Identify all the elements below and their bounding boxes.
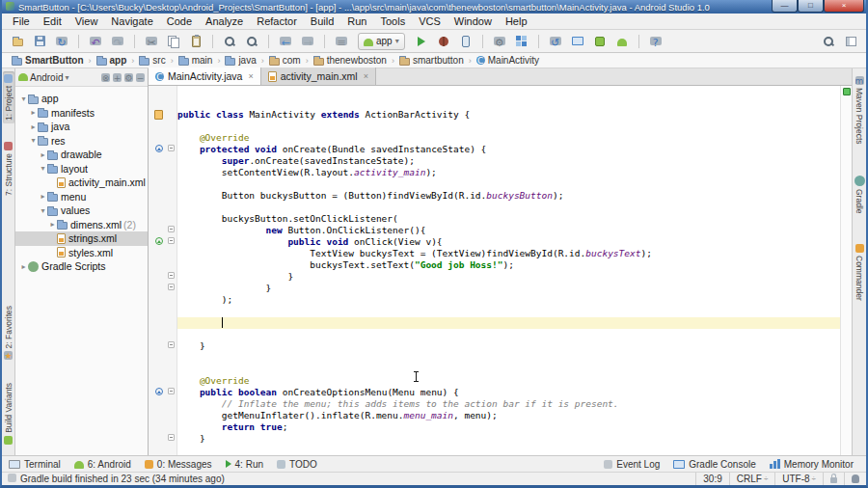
tree-item-styles-xml[interactable]: styles.xml (15, 246, 148, 260)
fold-marker-icon[interactable] (168, 388, 175, 394)
close-button[interactable]: × (824, 0, 864, 13)
toolwindow-button-gradle[interactable]: Gradle (854, 173, 866, 217)
fold-marker-icon[interactable] (168, 237, 175, 244)
menu-build[interactable]: Build (304, 14, 340, 28)
fold-marker-icon[interactable] (168, 226, 175, 232)
fold-end-marker-icon[interactable] (168, 434, 175, 441)
hector-inspector-widget[interactable] (844, 473, 866, 485)
sync-button[interactable]: ↻ (52, 32, 71, 51)
copy-button[interactable] (164, 32, 183, 51)
menu-help[interactable]: Help (499, 14, 534, 28)
code-line-9[interactable]: Button buckysButton = (Button)findViewBy… (177, 190, 840, 202)
code-line-20[interactable] (177, 317, 840, 329)
code-line-31[interactable] (177, 445, 840, 455)
editor-tab-activity_main-xml[interactable]: activity_main.xml× (261, 68, 376, 85)
sort-lines-button[interactable]: ≡ (332, 32, 351, 51)
toolwindow-button-7-structure[interactable]: 7: Structure (3, 139, 14, 199)
tab-close-icon[interactable]: × (248, 71, 253, 81)
settings-gear-button[interactable]: ⚙ (124, 72, 133, 83)
tree-closed-arrow-icon[interactable]: ▸ (19, 262, 28, 271)
encoding-widget[interactable]: UTF-8 ÷ (774, 473, 823, 485)
code-line-11[interactable]: buckysButton.setOnClickListener( (177, 213, 840, 225)
code-line-10[interactable] (177, 202, 840, 213)
breadcrumb-item-src[interactable]: src (137, 55, 167, 66)
tree-item-values[interactable]: ▾values (15, 203, 148, 218)
menu-window[interactable]: Window (448, 14, 499, 28)
toolwindow-button-build-variants[interactable]: Build Variants (3, 380, 14, 447)
code-line-17[interactable]: } (177, 283, 840, 294)
code-line-27[interactable]: // Inflate the menu; this adds items to … (177, 398, 840, 410)
undo-button[interactable]: ↶ (86, 32, 105, 51)
toolwindow-button-1-project[interactable]: 1: Project (3, 71, 14, 123)
back-button[interactable]: ← (276, 32, 295, 51)
tool-button-6-android[interactable]: 6: Android (68, 459, 138, 470)
code-line-12[interactable]: new Button.OnClickListener(){ (177, 225, 840, 236)
code-line-14[interactable]: TextView buckysText = (TextView)findView… (177, 248, 840, 259)
readonly-lock-widget[interactable] (823, 473, 844, 485)
code-line-5[interactable]: protected void onCreate(Bundle savedInst… (177, 144, 840, 155)
tree-item-dimens-xml[interactable]: ▸dimens.xml (2) (15, 218, 148, 232)
tree-closed-arrow-icon[interactable]: ▸ (48, 220, 57, 229)
code-line-15[interactable]: buckysText.setText("Good job Hoss!"); (177, 259, 840, 271)
debug-button[interactable] (434, 32, 453, 51)
code-line-2[interactable]: public class MainActivity extends Action… (177, 109, 840, 121)
breadcrumb-item-com[interactable]: com (267, 55, 303, 66)
breadcrumb-item-smartbutton[interactable]: smartbutton (397, 55, 466, 66)
sdk-manager-button[interactable] (590, 32, 610, 51)
code-line-18[interactable]: ); (177, 294, 840, 306)
menu-view[interactable]: View (68, 14, 105, 28)
breadcrumb-item-main[interactable]: main (176, 55, 215, 66)
find-button[interactable] (220, 32, 239, 51)
minimize-button[interactable]: — (772, 0, 798, 13)
fold-end-marker-icon[interactable] (168, 272, 175, 279)
breadcrumb-item-app[interactable]: app (95, 55, 129, 66)
paste-button[interactable] (186, 32, 205, 51)
code-line-3[interactable] (177, 121, 840, 132)
tool-button-0-messages[interactable]: 0: Messages (138, 459, 219, 470)
breadcrumb-item-java[interactable]: java (223, 55, 258, 66)
code-line-1[interactable] (177, 97, 840, 109)
maximize-button[interactable]: □ (798, 0, 824, 13)
menu-vcs[interactable]: VCS (412, 14, 448, 28)
tree-open-arrow-icon[interactable]: ▾ (39, 206, 47, 215)
menu-code[interactable]: Code (160, 14, 199, 28)
code-line-23[interactable] (177, 352, 840, 364)
tree-item-menu[interactable]: ▸menu (15, 190, 148, 204)
code-line-22[interactable]: } (177, 340, 840, 352)
error-stripe[interactable] (840, 86, 852, 455)
code-line-7[interactable]: setContentView(R.layout.activity_main); (177, 167, 840, 178)
breadcrumb-item-thenewboston[interactable]: thenewboston (312, 55, 389, 66)
breadcrumb-item-mainactivity[interactable]: CMainActivity (475, 55, 541, 66)
tree-item-activity_main-xml[interactable]: activity_main.xml (15, 176, 148, 190)
breadcrumb-item-smartbutton[interactable]: SmartButton (10, 55, 86, 66)
tool-button-todo[interactable]: TODO (270, 459, 324, 470)
user-panel-button[interactable] (841, 32, 860, 51)
collapse-all-button[interactable]: ⊗ (101, 72, 110, 83)
menu-run[interactable]: Run (340, 14, 373, 28)
help-button[interactable]: ? (646, 32, 665, 51)
menu-navigate[interactable]: Navigate (104, 14, 159, 28)
code-line-26[interactable]: public boolean onCreateOptionsMenu(Menu … (177, 387, 840, 398)
tree-item-manifests[interactable]: ▸manifests (15, 106, 148, 121)
fold-end-marker-icon[interactable] (168, 284, 175, 290)
tab-close-icon[interactable]: × (364, 71, 368, 81)
save-button[interactable] (30, 32, 49, 51)
forward-button[interactable]: → (298, 32, 317, 51)
monitor-button[interactable] (568, 32, 587, 51)
menu-refactor[interactable]: Refactor (250, 14, 304, 28)
code-line-21[interactable] (177, 329, 840, 340)
tree-open-arrow-icon[interactable]: ▾ (29, 136, 38, 145)
tree-item-res[interactable]: ▾res (15, 134, 148, 149)
code-line-19[interactable] (177, 306, 840, 317)
settings-button[interactable]: ⚙ (490, 32, 509, 51)
cut-button[interactable]: ✂ (142, 32, 161, 51)
title-bar[interactable]: SmartButton - [C:\Users\Bucky\Desktop\An… (2, 0, 866, 14)
sync-gradle-button[interactable]: ↺ (546, 32, 565, 51)
fold-end-marker-icon[interactable] (168, 341, 175, 348)
tree-open-arrow-icon[interactable]: ▾ (19, 95, 28, 103)
fold-marker-icon[interactable] (168, 145, 175, 151)
tree-item-layout[interactable]: ▾layout (15, 162, 148, 176)
editor-tab-mainactivity-java[interactable]: CMainActivity.java× (149, 68, 261, 85)
search-button[interactable] (819, 32, 838, 51)
tool-button-event-log[interactable]: Event Log (597, 459, 666, 470)
